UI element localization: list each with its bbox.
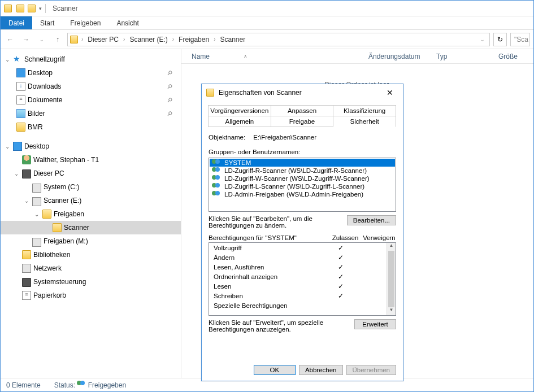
tab-vorgaengerversionen[interactable]: Vorgängerversionen [208,105,271,116]
ico-folder-icon [53,223,62,232]
ribbon-tabs: Datei Start Freigeben Ansicht [1,16,533,30]
breadcrumb-dropdown[interactable]: ⌄ [480,37,487,42]
tree-node[interactable]: · Freigaben (M:) [1,234,181,248]
edit-hint: Klicken Sie auf "Bearbeiten", um die Ber… [209,215,341,229]
permission-row: Lesen ✓ [209,281,387,291]
tree-node[interactable]: Dokumente ⚲ [1,93,181,107]
group-item[interactable]: LD-Admin-Freigaben (WS\LD-Admin-Freigabe… [210,190,395,198]
cancel-button[interactable]: Abbrechen [299,365,343,375]
chevron-right-icon[interactable]: › [212,36,216,42]
tree-node[interactable]: Downloads ⚲ [1,80,181,93]
scroll-up-icon[interactable]: ▲ [387,243,396,251]
desktop-icon [13,142,22,151]
tree-node-desktop-root[interactable]: ⌄ Desktop [1,140,181,153]
nav-recent[interactable]: ⌄ [36,33,48,46]
tree-node[interactable]: · Systemsteuerung [1,275,181,289]
navbar: ← → ⌄ ↑ › Dieser PC › Scanner (E:) › Fre… [1,30,533,49]
apply-button[interactable]: Übernehmen [346,365,396,375]
group-item[interactable]: LD-Zugriff-L-Scanner (WS\LD-Zugriff-L-Sc… [210,182,395,190]
tree-node[interactable]: · Walther, Stephan - T1 [1,153,181,167]
tree-node[interactable]: ⌄ Scanner (E:) [1,194,181,207]
tree-node[interactable]: · Bibliotheken [1,248,181,262]
groups-listbox[interactable]: SYSTEMLD-Zugriff-R-Scanner (WS\LD-Zugrif… [209,158,396,212]
pin-icon: ⚲ [166,82,174,91]
permission-allow: ✓ [325,254,356,262]
tab-freigeben[interactable]: Freigeben [62,16,108,29]
tree-label: Dokumente [28,96,62,104]
tab-start[interactable]: Start [32,16,62,29]
chevron-right-icon[interactable]: › [122,36,126,42]
users-icon [77,381,86,387]
tree-label: Downloads [28,82,61,90]
breadcrumb-segment[interactable]: Scanner [219,36,246,43]
tree-node[interactable]: ⌄ Freigaben [1,207,181,221]
group-item[interactable]: LD-Zugriff-R-Scanner (WS\LD-Zugriff-R-Sc… [210,167,395,175]
ok-button[interactable]: OK [254,365,296,375]
search-input[interactable]: "Sca [510,33,530,46]
twisty-icon[interactable]: ⌄ [23,198,30,204]
permissions-list[interactable]: Vollzugriff ✓ Ändern ✓ Lesen, Ausführen … [209,243,387,315]
tab-allgemein[interactable]: Allgemein [208,116,271,127]
qat-properties-icon[interactable] [16,5,24,12]
tree-node[interactable]: Desktop ⚲ [1,66,181,80]
chevron-right-icon[interactable]: › [171,36,175,42]
column-name[interactable]: Name ∧ [187,53,364,60]
tree-node[interactable]: Bilder ⚲ [1,107,181,120]
objectname-row: Objektname: E:\Freigaben\Scanner [209,134,396,141]
breadcrumb-segment[interactable]: Freigaben [177,36,210,43]
group-item[interactable]: SYSTEM [210,159,395,167]
ico-drive-icon [32,197,41,206]
tree-node[interactable]: · Scanner [1,221,181,234]
tab-freigabe[interactable]: Freigabe [271,116,334,127]
nav-up[interactable]: ↑ [51,33,64,46]
edit-button[interactable]: Bearbeiten... [347,215,396,225]
tree-label: Freigaben [54,210,84,218]
breadcrumb-segment[interactable]: Scanner (E:) [128,36,168,43]
dialog-titlebar: Eigenschaften von Scanner ✕ [202,84,403,101]
group-item-label: SYSTEM [224,159,251,166]
qat-newfolder-icon[interactable] [28,5,36,12]
breadcrumb-segment[interactable]: Dieser PC [86,36,120,43]
tab-klassifizierung[interactable]: Klassifizierung [333,105,396,116]
permission-name: Lesen [209,283,325,290]
tab-datei[interactable]: Datei [1,16,32,29]
permission-row: Spezielle Berechtigungen [209,300,387,310]
twisty-icon[interactable]: ⌄ [33,211,40,217]
tree-node[interactable]: · System (C:) [1,180,181,194]
tab-anpassen[interactable]: Anpassen [271,105,334,116]
tree-node[interactable]: · Papierkorb [1,289,181,302]
breadcrumb[interactable]: › Dieser PC › Scanner (E:) › Freigaben ›… [67,33,490,46]
scroll-thumb[interactable] [388,251,394,307]
tree-node[interactable]: BMR [1,120,181,134]
folder-icon [206,89,214,97]
ico-doc-icon [22,291,31,300]
permissions-title: Berechtigungen für "SYSTEM" [209,234,328,241]
tree-label: Netzwerk [33,264,62,272]
twisty-icon[interactable]: ⌄ [13,171,20,177]
tab-ansicht[interactable]: Ansicht [108,16,146,29]
ico-pc-icon [22,278,31,287]
permission-allow: ✓ [325,292,356,300]
scroll-down-icon[interactable]: ▼ [387,307,396,315]
tree-node-quickaccess[interactable]: ⌄ ★ Schnellzugriff [1,53,181,66]
nav-forward[interactable]: → [20,33,32,46]
nav-back[interactable]: ← [4,33,16,46]
group-item[interactable]: LD-Zugriff-W-Scanner (WS\LD-Zugriff-W-Sc… [210,175,395,182]
chevron-right-icon[interactable]: › [80,36,84,42]
scrollbar[interactable]: ▲ ▼ [387,243,396,315]
tree-node[interactable]: ⌄ Dieser PC [1,167,181,180]
permission-row: Lesen, Ausführen ✓ [209,262,387,272]
column-type[interactable]: Typ [432,53,494,60]
titlebar: ▾ Scanner [1,1,533,16]
close-icon[interactable]: ✕ [381,88,398,97]
advanced-button[interactable]: Erweitert [354,319,396,329]
tree-node[interactable]: · Netzwerk [1,262,181,275]
column-date[interactable]: Änderungsdatum [364,53,432,60]
tree-label: Walther, Stephan - T1 [33,156,99,164]
column-size[interactable]: Größe [494,53,533,60]
refresh-icon[interactable]: ↻ [493,33,507,46]
tree-label: Freigaben (M:) [44,237,88,245]
ico-folder-icon [22,250,31,259]
column-headers: Name ∧ Änderungsdatum Typ Größe [181,49,533,64]
tab-sicherheit[interactable]: Sicherheit [333,116,396,127]
